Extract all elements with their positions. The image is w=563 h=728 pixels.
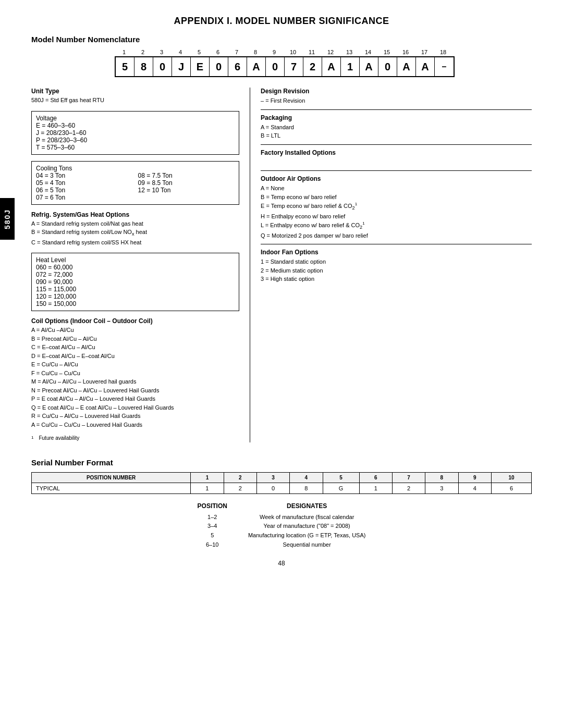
pos-14: 14 bbox=[359, 49, 377, 55]
cooling-tons-col1: 04 = 3 Ton 05 = 4 Ton 06 = 5 Ton 07 = 6 … bbox=[36, 172, 133, 201]
serial-section: Serial Number Format POSITION NUMBER 1 2… bbox=[31, 458, 532, 549]
char-A5: A bbox=[416, 57, 435, 76]
page-number: 48 bbox=[31, 560, 532, 567]
design-revision-content: – = First Revision bbox=[261, 96, 532, 105]
co-R: R = Cu/Cu – Al/Cu – Louvered Hail Guards bbox=[31, 412, 239, 421]
char-5: 5 bbox=[116, 57, 134, 76]
char-2: 2 bbox=[303, 57, 322, 76]
char-8: 8 bbox=[134, 57, 153, 76]
char-A3: A bbox=[360, 57, 378, 76]
co-D: D = E–coat Al/Cu – E–coat Al/Cu bbox=[31, 352, 239, 361]
oa-A: A = None bbox=[261, 184, 532, 193]
pos-18: 18 bbox=[434, 49, 452, 55]
cooling-tons-block: Cooling Tons 04 = 3 Ton 05 = 4 Ton 06 = … bbox=[31, 161, 239, 205]
dr-first: – = First Revision bbox=[261, 96, 532, 105]
serial-header-4: 4 bbox=[290, 472, 323, 483]
voltage-title: Voltage bbox=[36, 115, 235, 122]
serial-val-6: 1 bbox=[359, 483, 392, 493]
serial-section-title: Serial Number Format bbox=[31, 458, 532, 467]
ct-12: 12 = 10 Ton bbox=[138, 187, 235, 194]
serial-header-5: 5 bbox=[323, 472, 359, 483]
pos-3: 3 bbox=[152, 49, 171, 55]
des-row-2: Year of manufacture ("08" = 2008) bbox=[248, 522, 366, 531]
serial-header-7: 7 bbox=[392, 472, 425, 483]
char-E: E bbox=[191, 57, 210, 76]
hl-115: 115 = 115,000 bbox=[36, 286, 235, 293]
heat-level-title: Heat Level bbox=[36, 256, 235, 264]
pos-row-610: 6–10 bbox=[198, 540, 227, 550]
char-dash: – bbox=[435, 57, 454, 76]
model-chars-row: 5 8 0 J E 0 6 A 0 7 2 A 1 A 0 A A – bbox=[115, 56, 455, 77]
hl-072: 072 = 72,000 bbox=[36, 271, 235, 278]
ct-06: 06 = 5 Ton bbox=[36, 187, 133, 194]
outdoor-air-content: A = None B = Temp econo w/ baro relief E… bbox=[261, 184, 532, 240]
outdoor-air-title: Outdoor Air Options bbox=[261, 175, 532, 182]
footnote-text: Future availability bbox=[39, 435, 79, 441]
char-0c: 0 bbox=[266, 57, 285, 76]
serial-val-5: G bbox=[323, 483, 359, 493]
design-revision-title: Design Revision bbox=[261, 88, 532, 95]
pos-6: 6 bbox=[209, 49, 227, 55]
char-6: 6 bbox=[228, 57, 247, 76]
char-7: 7 bbox=[285, 57, 303, 76]
pos-1: 1 bbox=[115, 49, 133, 55]
cooling-tons-col2: 08 = 7.5 Ton 09 = 8.5 Ton 12 = 10 Ton bbox=[138, 172, 235, 201]
ct-04: 04 = 3 Ton bbox=[36, 172, 133, 179]
serial-val-7: 2 bbox=[392, 483, 425, 493]
unit-type-title: Unit Type bbox=[31, 88, 239, 95]
hl-150: 150 = 150,000 bbox=[36, 300, 235, 307]
oa-B: B = Temp econo w/ baro relief bbox=[261, 193, 532, 202]
char-1: 1 bbox=[341, 57, 360, 76]
char-A: A bbox=[247, 57, 266, 76]
unit-type-content: 580J = Std Eff gas heat RTU bbox=[31, 96, 239, 105]
char-J: J bbox=[172, 57, 191, 76]
position-header: POSITION bbox=[198, 502, 227, 510]
co-M: M = Al/Cu – Al/Cu – Louvered hail guards bbox=[31, 377, 239, 386]
model-section-title: Model Number Nomenclature bbox=[31, 35, 532, 44]
co-A: A = Al/Cu –Al/Cu bbox=[31, 326, 239, 335]
voltage-line-3: P = 208/230–3–60 bbox=[36, 137, 235, 144]
main-title: APPENDIX I. MODEL NUMBER SIGNIFICANCE bbox=[31, 16, 532, 27]
serial-header-2: 2 bbox=[224, 472, 256, 483]
des-row-3: Manufacturing location (G = ETP, Texas, … bbox=[248, 531, 366, 540]
refrig-B: B = Standard refrig system coil/Low NOx … bbox=[31, 228, 239, 238]
heat-level-content: 060 = 60,000 072 = 72,000 090 = 90,000 1… bbox=[36, 264, 235, 307]
serial-val-3: 0 bbox=[256, 483, 289, 493]
refrig-C: C = Standard refrig system coil/SS HX he… bbox=[31, 238, 239, 247]
position-col: POSITION 1–2 3–4 5 6–10 bbox=[198, 502, 227, 549]
serial-typical-row: TYPICAL 1 2 0 8 G 1 2 3 4 6 bbox=[32, 483, 532, 493]
char-A2: A bbox=[322, 57, 341, 76]
voltage-line-4: T = 575–3–60 bbox=[36, 144, 235, 151]
pos-row-34: 3–4 bbox=[198, 522, 227, 531]
position-numbers-row: 1 2 3 4 5 6 7 8 9 10 11 12 13 14 15 16 1… bbox=[115, 49, 532, 55]
serial-val-1: 1 bbox=[191, 483, 224, 493]
pos-16: 16 bbox=[396, 49, 415, 55]
factory-installed-title: Factory Installed Options bbox=[261, 149, 532, 156]
hl-090: 090 = 90,000 bbox=[36, 278, 235, 286]
co-N: N = Precoat Al/Cu – Al/Cu – Louvered Hai… bbox=[31, 386, 239, 395]
pos-9: 9 bbox=[265, 49, 284, 55]
left-footnote: 1 Future availability bbox=[31, 435, 239, 442]
pos-15: 15 bbox=[377, 49, 396, 55]
design-revision-block: Design Revision – = First Revision bbox=[261, 88, 532, 110]
serial-val-10: 6 bbox=[491, 483, 531, 493]
side-tab: 580J bbox=[0, 198, 15, 240]
cooling-tons-content: 04 = 3 Ton 05 = 4 Ton 06 = 5 Ton 07 = 6 … bbox=[36, 172, 235, 201]
char-0d: 0 bbox=[378, 57, 397, 76]
oa-E: E = Temp econo w/ baro relief & CO21 bbox=[261, 201, 532, 212]
coil-options-content: A = Al/Cu –Al/Cu B = Precoat Al/Cu – Al/… bbox=[31, 326, 239, 429]
cooling-tons-title: Cooling Tons bbox=[36, 165, 235, 172]
co-C: C = E–coat Al/Cu – Al/Cu bbox=[31, 343, 239, 352]
position-designates: POSITION 1–2 3–4 5 6–10 DESIGNATES Week … bbox=[31, 502, 532, 549]
pos-row-12: 1–2 bbox=[198, 513, 227, 522]
co-E: E = Cu/Cu – Al/Cu bbox=[31, 360, 239, 369]
serial-header-1: 1 bbox=[191, 472, 224, 483]
hl-120: 120 = 120,000 bbox=[36, 293, 235, 300]
pos-5: 5 bbox=[190, 49, 209, 55]
serial-val-9: 4 bbox=[458, 483, 491, 493]
serial-header-10: 10 bbox=[491, 472, 531, 483]
pos-8: 8 bbox=[246, 49, 265, 55]
refrig-title: Refrig. System/Gas Heat Options bbox=[31, 211, 239, 218]
pos-10: 10 bbox=[284, 49, 302, 55]
serial-typical-label: TYPICAL bbox=[32, 483, 191, 493]
